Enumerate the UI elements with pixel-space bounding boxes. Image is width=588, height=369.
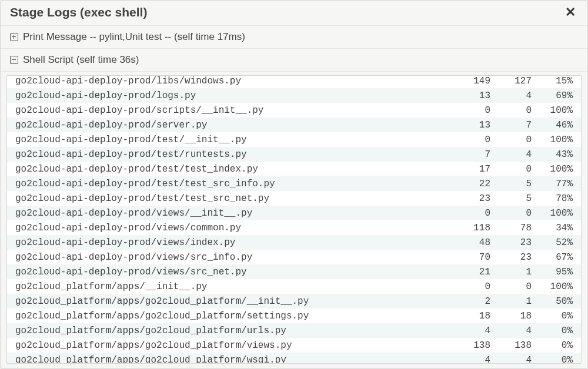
coverage-row: go2cloud_platform/apps/go2cloud_platform… <box>7 353 581 363</box>
coverage-cover: 100% <box>532 281 573 292</box>
coverage-path: go2cloud-api-deploy-prod/logs.py <box>15 90 449 101</box>
coverage-miss: 127 <box>490 76 532 86</box>
coverage-stmts: 0 <box>449 208 490 219</box>
coverage-row: go2cloud_platform/apps/go2cloud_platform… <box>7 294 581 308</box>
coverage-path: go2cloud-api-deploy-prod/libs/windows.py <box>15 76 449 86</box>
coverage-cover: 43% <box>532 149 573 160</box>
step-label: Print Message -- pylint,Unit test -- (se… <box>23 31 245 43</box>
coverage-row: go2cloud-api-deploy-prod/test/__init__.p… <box>7 132 581 147</box>
coverage-cover: 67% <box>532 252 573 263</box>
coverage-cover: 78% <box>532 193 573 204</box>
coverage-path: go2cloud-api-deploy-prod/scripts/__init_… <box>15 105 449 116</box>
coverage-miss: 5 <box>490 193 532 204</box>
modal-title: Stage Logs (exec shell) <box>10 5 147 19</box>
coverage-stmts: 23 <box>449 193 490 204</box>
coverage-miss: 4 <box>490 326 532 336</box>
coverage-cover: 69% <box>532 90 573 101</box>
modal-header: Stage Logs (exec shell) ✕ <box>1 1 587 26</box>
coverage-path: go2cloud-api-deploy-prod/views/src_net.p… <box>15 267 449 277</box>
coverage-stmts: 13 <box>449 120 490 130</box>
coverage-stmts: 0 <box>449 281 490 292</box>
coverage-miss: 18 <box>490 311 532 321</box>
coverage-row: go2cloud_platform/apps/go2cloud_platform… <box>7 323 581 338</box>
coverage-path: go2cloud_platform/apps/go2cloud_platform… <box>15 311 449 321</box>
coverage-row: go2cloud-api-deploy-prod/scripts/__init_… <box>7 103 581 118</box>
coverage-path: go2cloud-api-deploy-prod/views/common.py <box>15 223 449 233</box>
coverage-row: go2cloud-api-deploy-prod/views/__init__.… <box>7 206 581 220</box>
coverage-miss: 7 <box>490 120 532 130</box>
coverage-path: go2cloud_platform/apps/go2cloud_platform… <box>15 355 449 364</box>
coverage-miss: 0 <box>490 208 532 219</box>
coverage-row: go2cloud_platform/apps/__init__.py00100% <box>7 279 581 294</box>
coverage-row: go2cloud-api-deploy-prod/test/test_src_n… <box>7 191 581 206</box>
coverage-cover: 0% <box>532 340 573 351</box>
coverage-row: go2cloud-api-deploy-prod/views/common.py… <box>7 220 581 235</box>
coverage-cover: 77% <box>532 179 573 189</box>
coverage-row: go2cloud-api-deploy-prod/libs/windows.py… <box>7 76 581 88</box>
stage-logs-modal: Stage Logs (exec shell) ✕ Print Message … <box>0 0 588 369</box>
coverage-stmts: 7 <box>449 149 490 160</box>
coverage-path: go2cloud-api-deploy-prod/views/index.py <box>15 237 449 248</box>
coverage-miss: 23 <box>490 237 532 248</box>
coverage-miss: 78 <box>490 223 532 233</box>
coverage-row: go2cloud-api-deploy-prod/server.py13746% <box>7 118 581 132</box>
coverage-miss: 4 <box>490 355 532 364</box>
coverage-cover: 52% <box>532 237 573 248</box>
coverage-path: go2cloud-api-deploy-prod/server.py <box>15 120 449 130</box>
coverage-miss: 4 <box>490 90 532 101</box>
coverage-stmts: 22 <box>449 179 490 189</box>
coverage-stmts: 118 <box>449 223 490 233</box>
coverage-path: go2cloud-api-deploy-prod/test/test_src_n… <box>15 193 449 204</box>
coverage-stmts: 13 <box>449 90 490 101</box>
coverage-path: go2cloud-api-deploy-prod/views/src_info.… <box>15 252 449 263</box>
coverage-cover: 0% <box>532 355 573 364</box>
coverage-path: go2cloud_platform/apps/__init__.py <box>15 281 449 292</box>
coverage-miss: 0 <box>490 135 532 145</box>
coverage-cover: 100% <box>532 164 573 175</box>
coverage-miss: 0 <box>490 105 532 116</box>
coverage-stmts: 48 <box>449 237 490 248</box>
coverage-miss: 0 <box>490 164 532 175</box>
coverage-row: go2cloud-api-deploy-prod/views/index.py4… <box>7 235 581 250</box>
coverage-row: go2cloud-api-deploy-prod/test/test_index… <box>7 162 581 176</box>
coverage-miss: 5 <box>490 179 532 189</box>
coverage-cover: 100% <box>532 105 573 116</box>
coverage-path: go2cloud-api-deploy-prod/test/runtests.p… <box>15 149 449 160</box>
coverage-stmts: 17 <box>449 164 490 175</box>
coverage-row: go2cloud-api-deploy-prod/test/test_src_i… <box>7 176 581 191</box>
coverage-stmts: 0 <box>449 105 490 116</box>
coverage-stmts: 70 <box>449 252 490 263</box>
step-print-message[interactable]: Print Message -- pylint,Unit test -- (se… <box>1 26 587 49</box>
coverage-path: go2cloud-api-deploy-prod/test/test_index… <box>15 164 449 175</box>
coverage-stmts: 4 <box>449 355 490 364</box>
coverage-path: go2cloud-api-deploy-prod/test/__init__.p… <box>15 135 449 145</box>
coverage-cover: 100% <box>532 135 573 145</box>
coverage-path: go2cloud_platform/apps/go2cloud_platform… <box>15 340 449 351</box>
coverage-cover: 34% <box>532 223 573 233</box>
coverage-cover: 50% <box>532 296 573 307</box>
close-icon[interactable]: ✕ <box>563 6 578 19</box>
coverage-cover: 95% <box>532 267 573 277</box>
coverage-miss: 23 <box>490 252 532 263</box>
log-scroll-area[interactable]: go2cloud-api-deploy-prod/libs/windows.py… <box>7 76 581 363</box>
coverage-row: go2cloud_platform/apps/go2cloud_platform… <box>7 308 581 323</box>
coverage-path: go2cloud-api-deploy-prod/test/test_src_i… <box>15 179 449 189</box>
coverage-miss: 138 <box>490 340 532 351</box>
coverage-row: go2cloud-api-deploy-prod/test/runtests.p… <box>7 147 581 162</box>
coverage-cover: 0% <box>532 326 573 336</box>
coverage-cover: 15% <box>532 76 573 86</box>
coverage-miss: 1 <box>490 296 532 307</box>
coverage-stmts: 0 <box>449 135 490 145</box>
coverage-cover: 100% <box>532 208 573 219</box>
coverage-row: go2cloud-api-deploy-prod/views/src_info.… <box>7 250 581 264</box>
coverage-cover: 0% <box>532 311 573 321</box>
log-output-panel: go2cloud-api-deploy-prod/libs/windows.py… <box>6 75 582 364</box>
coverage-row: go2cloud-api-deploy-prod/views/src_net.p… <box>7 264 581 279</box>
coverage-path: go2cloud-api-deploy-prod/views/__init__.… <box>15 208 449 219</box>
step-shell-script[interactable]: Shell Script (self time 36s) <box>1 49 587 72</box>
coverage-miss: 4 <box>490 149 532 160</box>
coverage-path: go2cloud_platform/apps/go2cloud_platform… <box>15 296 449 307</box>
coverage-stmts: 149 <box>449 76 490 86</box>
coverage-stmts: 2 <box>449 296 490 307</box>
collapse-icon <box>10 56 18 64</box>
